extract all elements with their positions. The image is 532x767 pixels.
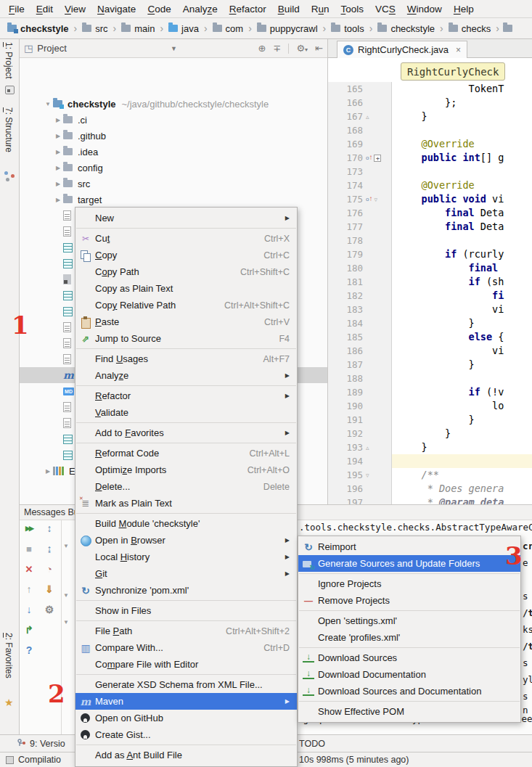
maven-submenu-item-reimport[interactable]: ↻Reimport <box>298 538 520 555</box>
hide-panel-icon[interactable]: ⇤ <box>315 43 323 54</box>
maven-submenu-item-generate-sources-and-update-folders[interactable]: Generate Sources and Update Folders <box>298 555 520 572</box>
gear-icon[interactable]: ⚙▾ <box>296 43 308 54</box>
context-menu-item-copy[interactable]: CopyCtrl+C <box>75 247 297 263</box>
chevron-icon[interactable]: ▼ <box>43 101 53 107</box>
context-menu-item-synchronize-pom-xml[interactable]: ↻Synchronize 'pom.xml' <box>75 582 297 599</box>
help-button[interactable]: ? <box>22 644 36 657</box>
close-icon[interactable]: × <box>456 45 461 55</box>
context-menu-item-find-usages[interactable]: Find UsagesAlt+F7 <box>75 350 297 367</box>
suspend-button[interactable]: ◔ <box>43 562 56 575</box>
context-menu-item-validate[interactable]: Validate <box>75 404 297 421</box>
chevron-icon[interactable]: ▶ <box>53 197 63 203</box>
maven-submenu-item-download-sources[interactable]: ↓Download Sources <box>298 649 520 666</box>
breadcrumb-item[interactable]: com <box>211 23 245 34</box>
menubar-item-run[interactable]: Run <box>306 4 335 15</box>
breadcrumb-item[interactable]: checks <box>447 23 492 34</box>
context-menu-item-generate-xsd-schema-from-xml-file[interactable]: Generate XSD Schema from XML File... <box>75 676 297 693</box>
export-button[interactable]: ↱ <box>22 623 36 636</box>
settings-button[interactable]: ⚙ <box>43 603 56 616</box>
locate-icon[interactable]: ⊕ <box>258 43 266 54</box>
context-menu-item-paste[interactable]: PasteCtrl+V <box>75 313 297 330</box>
context-menu-item-compare-file-with-editor[interactable]: Compare File with Editor <box>75 656 297 673</box>
fold-start-icon[interactable]: ▿ <box>374 196 377 203</box>
expand-all-button[interactable]: ↕ <box>43 522 56 535</box>
tool-window-button-todo[interactable]: TODO <box>299 735 325 752</box>
menubar-item-edit[interactable]: Edit <box>30 4 59 15</box>
context-menu-item-mark-as-plain-text[interactable]: ≣Mark as Plain Text <box>75 495 297 512</box>
context-menu-item-copy-path[interactable]: Copy PathCtrl+Shift+C <box>75 263 297 280</box>
chevron-icon[interactable]: ▶ <box>53 117 63 123</box>
menubar-item-analyze[interactable]: Analyze <box>177 4 224 15</box>
context-menu-item-open-in-browser[interactable]: Open in Browser▶ <box>75 532 297 549</box>
context-menu-item-build-module-checkstyle[interactable]: Build Module 'checkstyle' <box>75 515 297 532</box>
context-menu-item-maven[interactable]: mMaven▶ <box>75 693 297 710</box>
fold-expand-icon[interactable]: + <box>374 155 381 162</box>
tree-row[interactable]: ▶src <box>20 176 327 192</box>
compilation-status[interactable]: Compilatio <box>6 752 61 767</box>
fold-start-icon[interactable]: ▿ <box>366 472 369 479</box>
import-button[interactable]: ⇓ <box>43 583 56 596</box>
context-menu-item-cut[interactable]: ✂CutCtrl+X <box>75 230 297 247</box>
chevron-icon[interactable]: ▶ <box>53 165 63 171</box>
context-menu-item-show-in-files[interactable]: Show in Files <box>75 602 297 619</box>
breadcrumb-item[interactable]: tools <box>330 23 365 34</box>
override-method-icon[interactable]: o↑ <box>366 154 372 162</box>
menubar-item-tools[interactable]: Tools <box>335 4 370 15</box>
context-menu-item-copy-as-plain-text[interactable]: Copy as Plain Text <box>75 280 297 297</box>
menubar-item-help[interactable]: Help <box>448 4 480 15</box>
context-menu-item-create-gist[interactable]: Create Gist... <box>75 726 297 743</box>
context-menu-item-optimize-imports[interactable]: Optimize ImportsCtrl+Alt+O <box>75 462 297 478</box>
favorites-star-icon[interactable]: ★ <box>4 697 14 708</box>
context-menu-item-compare-with[interactable]: ▥Compare With...Ctrl+D <box>75 639 297 656</box>
collapse-all-icon[interactable]: ∓ <box>274 43 282 54</box>
breadcrumb-item[interactable]: checkstyle <box>6 23 70 34</box>
project-tab-icon[interactable] <box>5 86 15 94</box>
context-menu-item-open-on-github[interactable]: Open on GitHub <box>75 710 297 726</box>
breadcrumb-item[interactable]: java <box>167 23 200 34</box>
menubar-item-window[interactable]: Window <box>401 4 448 15</box>
context-menu-item-analyze[interactable]: Analyze▶ <box>75 367 297 384</box>
context-menu-item-delete[interactable]: Delete...Delete <box>75 478 297 495</box>
tree-row[interactable]: ▶.github <box>20 128 327 144</box>
code-area[interactable]: TokenT }; } @Override public int[] g @Ov… <box>392 82 532 504</box>
context-menu-item-new[interactable]: New▶ <box>75 210 297 226</box>
maven-submenu-item-download-documentation[interactable]: ↓Download Documentation <box>298 666 520 683</box>
context-menu-item-jump-to-source[interactable]: ⇗Jump to SourceF4 <box>75 330 297 347</box>
tree-row[interactable]: ▶target <box>20 192 327 208</box>
tree-expand-icon[interactable]: ▼ <box>63 619 69 626</box>
menubar-item-view[interactable]: View <box>59 4 91 15</box>
menubar-item-code[interactable]: Code <box>142 4 176 15</box>
menubar-item-vcs[interactable]: VCS <box>369 4 401 15</box>
maven-submenu-item-download-sources-and-documentation[interactable]: ↓Download Sources and Documentation <box>298 683 520 700</box>
chevron-icon[interactable]: ▶ <box>53 149 63 155</box>
tree-row[interactable]: ▼checkstyle~/java/github/checkstyle/chec… <box>20 96 327 112</box>
up-button[interactable]: ↑ <box>22 583 36 596</box>
override-method-icon[interactable]: o↑ <box>366 195 372 203</box>
structure-tab-icon[interactable] <box>4 171 15 181</box>
fold-end-icon[interactable]: ▵ <box>366 444 369 451</box>
menubar-item-navigate[interactable]: Navigate <box>91 4 142 15</box>
context-menu-item-file-path[interactable]: File PathCtrl+Alt+Shift+2 <box>75 623 297 639</box>
tree-row[interactable]: ▶.ci <box>20 112 327 128</box>
chevron-icon[interactable]: ▶ <box>53 133 63 139</box>
tool-window-button-favorites[interactable]: 2: Favorites <box>4 633 14 678</box>
maven-submenu-item-open-settings-xml[interactable]: Open 'settings.xml' <box>298 612 520 629</box>
context-menu-item-add-as-ant-build-file[interactable]: Add as Ant Build File <box>75 747 297 763</box>
breadcrumb-item[interactable]: main <box>120 23 156 34</box>
editor[interactable]: C RightCurlyCheck.java × RightCurlyCheck… <box>328 39 532 504</box>
rerun-button[interactable]: ▶▶ <box>22 522 36 535</box>
breadcrumb-item[interactable]: puppycrawl <box>255 23 319 34</box>
tree-row[interactable]: ▶config <box>20 160 327 176</box>
tree-row[interactable]: ▶.idea <box>20 144 327 160</box>
tool-window-button-project[interactable]: 1: Project <box>4 42 14 79</box>
maven-submenu-item-remove-projects[interactable]: —Remove Projects <box>298 592 520 609</box>
stop-button[interactable]: ■ <box>22 542 36 555</box>
context-menu-item-copy-relative-path[interactable]: Copy Relative PathCtrl+Alt+Shift+C <box>75 297 297 313</box>
breadcrumb-item[interactable]: checkstyle <box>376 23 436 34</box>
menubar-item-build[interactable]: Build <box>272 4 306 15</box>
breadcrumb-item[interactable]: src <box>81 23 109 34</box>
editor-tab[interactable]: C RightCurlyCheck.java × <box>337 41 467 58</box>
tree-expand-icon[interactable]: ▼ <box>63 592 69 599</box>
tool-window-button-structure[interactable]: 7: Structure <box>4 107 14 152</box>
context-menu-item-reformat-code[interactable]: Reformat CodeCtrl+Alt+L <box>75 445 297 462</box>
